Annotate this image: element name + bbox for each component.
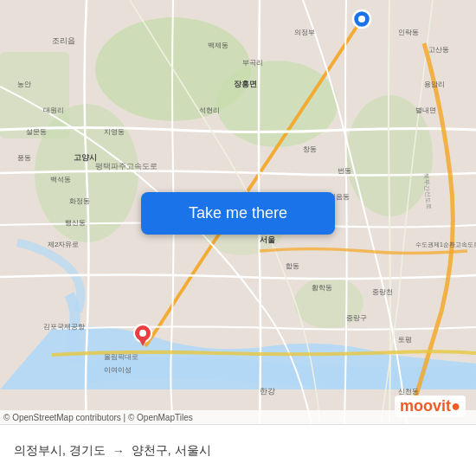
svg-point-47 — [358, 16, 365, 23]
moovit-logo: moovit● — [400, 397, 460, 415]
svg-point-50 — [139, 330, 146, 337]
svg-rect-6 — [0, 52, 69, 138]
svg-text:번동: 번동 — [338, 167, 351, 175]
svg-text:중랑구: 중랑구 — [346, 314, 367, 322]
svg-text:김포국제공항: 김포국제공항 — [43, 323, 85, 331]
svg-text:용암리: 용암리 — [424, 80, 445, 88]
svg-text:화정동: 화정동 — [69, 197, 90, 205]
svg-text:지영동: 지영동 — [104, 128, 125, 136]
svg-text:별내면: 별내면 — [415, 106, 436, 114]
svg-text:중랑천: 중랑천 — [372, 288, 393, 296]
svg-text:인락동: 인락동 — [398, 29, 419, 36]
attribution-text: © OpenStreetMap contributors | © OpenMap… — [3, 413, 193, 422]
svg-text:합동: 합동 — [286, 262, 299, 270]
route-origin: 의정부시, 경기도 — [14, 443, 106, 459]
svg-text:고양시: 고양시 — [74, 153, 97, 162]
svg-text:황학동: 황학동 — [312, 284, 332, 292]
svg-text:서울: 서울 — [260, 235, 275, 244]
svg-text:고산동: 고산동 — [428, 46, 449, 54]
svg-text:평택파주고속도로: 평택파주고속도로 — [95, 162, 158, 170]
svg-text:부곡리: 부곡리 — [242, 59, 263, 67]
map-container: 조리읍 농안 대원리 설문동 풍동 고양시 백석동 화정동 행신동 제2자유로 … — [0, 0, 476, 424]
svg-text:제2자유로: 제2자유로 — [48, 241, 79, 248]
svg-point-2 — [216, 61, 338, 147]
svg-text:토평: 토평 — [398, 336, 412, 344]
svg-text:올림픽대로: 올림픽대로 — [104, 353, 138, 361]
svg-text:이여이성: 이여이성 — [104, 366, 132, 374]
route-destination: 양천구, 서울시 — [132, 443, 211, 459]
svg-text:의정부: 의정부 — [294, 29, 315, 36]
svg-text:한강: 한강 — [260, 387, 275, 396]
svg-text:풍동: 풍동 — [17, 154, 31, 162]
svg-text:백석동: 백석동 — [50, 176, 71, 183]
route-arrow: → — [113, 444, 125, 458]
route-info-bar: moovit● 의정부시, 경기도 → 양천구, 서울시 — [0, 424, 476, 476]
svg-text:장흥면: 장흥면 — [234, 80, 257, 88]
svg-text:창동: 창동 — [303, 145, 317, 153]
svg-text:백제동: 백제동 — [208, 42, 228, 49]
svg-text:석현리: 석현리 — [199, 106, 220, 114]
svg-text:신천동: 신천동 — [398, 388, 419, 396]
svg-text:대원리: 대원리 — [43, 106, 64, 114]
svg-text:수도권제1순환고속도로: 수도권제1순환고속도로 — [415, 241, 476, 248]
svg-text:조리읍: 조리읍 — [52, 36, 75, 45]
svg-text:설문동: 설문동 — [26, 128, 47, 136]
take-me-there-button[interactable]: Take me there — [141, 192, 335, 235]
svg-text:행신동: 행신동 — [65, 219, 86, 227]
svg-text:농안: 농안 — [17, 80, 31, 88]
